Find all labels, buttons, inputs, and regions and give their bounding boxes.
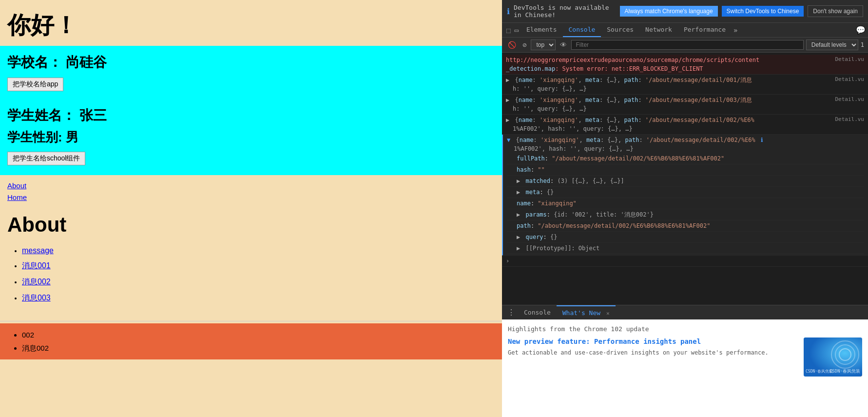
btn-dont-show-again[interactable]: Don't show again xyxy=(808,5,863,17)
about-link-msg003[interactable]: 消息003 xyxy=(22,294,51,302)
cyan-section: 学校名： 尚硅谷 把学校名给app 学生姓名： 张三 学生性别: 男 把学生名给… xyxy=(0,46,502,175)
default-levels-select[interactable]: Default levels xyxy=(806,40,858,50)
about-heading: About xyxy=(7,213,495,237)
notification-text: DevTools is now available in Chinese! xyxy=(514,4,616,19)
student-name: 学生姓名： 张三 xyxy=(7,106,495,125)
tab-console[interactable]: Console xyxy=(563,23,601,37)
separator xyxy=(0,321,502,321)
devtools-panel: ℹ DevTools is now available in Chinese! … xyxy=(502,0,868,417)
clear-console-icon[interactable]: 🚫 xyxy=(506,40,518,50)
expanded-meta: ▶ meta: {} xyxy=(507,187,864,198)
tab-sources[interactable]: Sources xyxy=(601,23,639,37)
bottom-menu-icon[interactable]: ⋮ xyxy=(504,306,518,319)
expand-arrow-3[interactable]: ▶ xyxy=(506,117,509,123)
tab-elements[interactable]: Elements xyxy=(521,23,563,37)
list-item: 消息002 xyxy=(22,341,495,355)
list-item: 消息003 xyxy=(22,293,495,303)
expand-meta-arrow[interactable]: ▶ xyxy=(517,189,520,196)
detail-link-2[interactable]: Detail.vu xyxy=(835,96,864,104)
nav-links: About Home xyxy=(0,175,502,208)
about-link-message[interactable]: message xyxy=(22,246,54,255)
expanded-matched: ▶ matched: (3) [{…}, {…}, {…}] xyxy=(507,176,864,187)
expand-arrow-2[interactable]: ▶ xyxy=(506,97,509,103)
more-tabs-icon[interactable]: » xyxy=(732,24,739,36)
expanded-query: ▶ query: {} xyxy=(507,232,864,243)
expanded-path: path: "/about/message/detail/002/%E6%B6%… xyxy=(507,220,864,232)
console-line-obj2: Detail.vu ▶ {name: 'xiangqing', meta: {…… xyxy=(502,95,868,115)
webpage-panel: 你好！ 学校名： 尚硅谷 把学校名给app 学生姓名： 张三 学生性别: 男 把… xyxy=(0,0,502,417)
whats-new-card: New preview feature: Performance insight… xyxy=(508,338,862,377)
school-name: 学校名： 尚硅谷 xyxy=(7,53,495,72)
info-badge-4: ℹ xyxy=(761,137,763,143)
inspect-icon[interactable]: ⬚ xyxy=(504,25,512,35)
console-line-obj3: Detail.vu ▶ {name: 'xiangqing', meta: {…… xyxy=(502,115,868,135)
about-list: message 消息001 消息002 消息003 xyxy=(7,246,495,303)
console-toolbar: 🚫 ⊘ top 👁 Default levels 1 xyxy=(502,38,868,53)
collapse-button[interactable]: › xyxy=(506,258,509,264)
bottom-section: 002 消息002 xyxy=(0,323,502,359)
chat-icon[interactable]: 💬 xyxy=(856,25,866,35)
student-gender: 学生性别: 男 xyxy=(7,129,495,146)
expand-proto-arrow[interactable]: ▶ xyxy=(517,245,520,252)
about-link-msg002[interactable]: 消息002 xyxy=(22,278,51,286)
btn-switch-chinese[interactable]: Switch DevTools to Chinese xyxy=(722,6,804,17)
detail-link-1[interactable]: Detail.vu xyxy=(835,76,864,84)
console-line-error: Detail.vu http://neoggrorempriceextrudep… xyxy=(502,55,868,75)
list-item: 002 xyxy=(22,328,495,341)
tab-performance[interactable]: Performance xyxy=(678,23,732,37)
devtools-bottom-tabs: ⋮ Console What's New ✕ xyxy=(502,305,868,319)
whats-new-text: New preview feature: Performance insight… xyxy=(508,338,799,377)
bottom-list: 002 消息002 xyxy=(7,328,495,355)
expanded-prototype: ▶ [[Prototype]]: Object xyxy=(507,243,864,254)
whats-new-desc: Get actionable and use-case-driven insig… xyxy=(508,348,799,357)
about-section: About message 消息001 消息002 消息003 xyxy=(0,208,502,319)
tab-whats-new[interactable]: What's New ✕ xyxy=(557,305,616,319)
btn-match-language[interactable]: Always match Chrome's language xyxy=(620,6,718,17)
detail-link-3[interactable]: Detail.vu xyxy=(835,116,864,124)
list-item: 消息001 xyxy=(22,261,495,271)
whats-new-image: CSDN·春风凭装 xyxy=(804,338,862,377)
btn-student[interactable]: 把学生名给school组件 xyxy=(7,152,85,165)
svg-text:CSDN·春风凭装: CSDN·春风凭装 xyxy=(806,369,833,374)
devtools-top-tabs: ⬚ ▭ Elements Console Sources Network Per… xyxy=(502,23,868,38)
expanded-name: name: "xiangqing" xyxy=(507,198,864,209)
nav-link-home[interactable]: Home xyxy=(7,192,495,203)
about-link-msg001[interactable]: 消息001 xyxy=(22,261,51,270)
expand-arrow-1[interactable]: ▶ xyxy=(506,77,509,83)
info-icon: ℹ xyxy=(507,7,510,16)
whats-new-title[interactable]: New preview feature: Performance insight… xyxy=(508,338,799,345)
expand-arrow-4[interactable]: ▼ xyxy=(507,137,510,143)
page-title: 你好！ xyxy=(0,0,502,46)
console-output[interactable]: Detail.vu http://neoggrorempriceextrudep… xyxy=(502,53,868,305)
whats-new-close-icon[interactable]: ✕ xyxy=(606,310,610,317)
list-item: message xyxy=(22,246,495,255)
nav-link-about[interactable]: About xyxy=(7,180,495,192)
expand-params-arrow[interactable]: ▶ xyxy=(517,211,520,218)
console-collapse-line: › xyxy=(502,256,868,267)
devtools-notification: ℹ DevTools is now available in Chinese! … xyxy=(502,0,868,23)
expanded-fullpath: fullPath: "/about/message/detail/002/%E6… xyxy=(507,153,864,164)
whats-new-svg: CSDN·春风凭装 xyxy=(804,338,862,377)
filter-input[interactable] xyxy=(571,40,803,50)
expanded-hash: hash: "" xyxy=(507,164,864,176)
console-line-obj1: Detail.vu ▶ {name: 'xiangqing', meta: {…… xyxy=(502,75,868,95)
whats-new-header: Highlights from the Chrome 102 update xyxy=(508,325,862,333)
expanded-params: ▶ params: {id: '002', title: '消息002'} xyxy=(507,209,864,220)
expand-matched-arrow[interactable]: ▶ xyxy=(517,178,520,184)
expand-query-arrow[interactable]: ▶ xyxy=(517,234,520,240)
tab-console-bottom[interactable]: Console xyxy=(518,306,557,319)
list-item: 消息002 xyxy=(22,277,495,287)
eye-icon[interactable]: 👁 xyxy=(558,40,569,50)
device-icon[interactable]: ▭ xyxy=(512,25,520,35)
btn-school[interactable]: 把学校名给app xyxy=(7,78,63,91)
error-url: http://neoggrorempriceextrudepaourceano/… xyxy=(506,57,759,72)
top-selector[interactable]: top xyxy=(531,40,556,50)
console-line-obj4-expanded: ▼ {name: 'xiangqing', meta: {…}, path: '… xyxy=(502,135,868,256)
detail-link[interactable]: Detail.vu xyxy=(835,56,864,64)
count-badge: 1 xyxy=(861,41,864,48)
stop-icon[interactable]: ⊘ xyxy=(521,40,528,50)
tab-network[interactable]: Network xyxy=(639,23,678,37)
whats-new-panel: Highlights from the Chrome 102 update Ne… xyxy=(502,319,868,417)
